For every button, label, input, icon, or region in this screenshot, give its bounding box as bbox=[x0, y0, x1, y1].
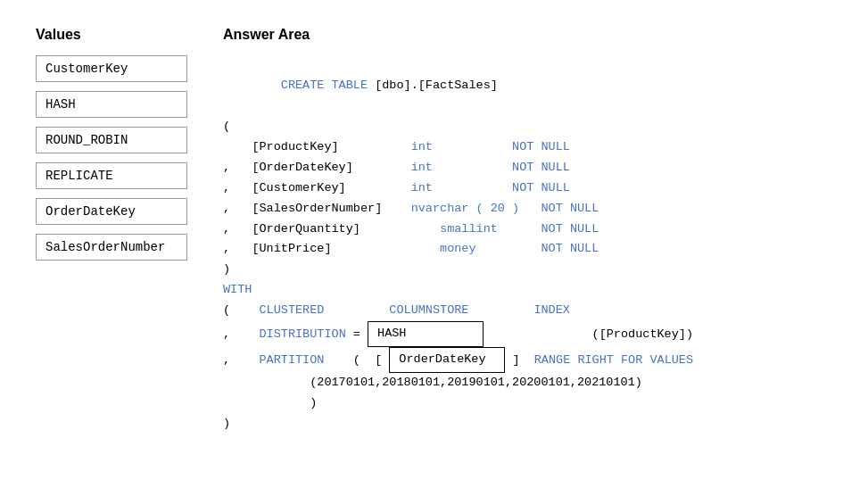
answer-section: Answer Area CREATE TABLE [dbo].[FactSale… bbox=[223, 27, 832, 434]
value-box-replicate[interactable]: REPLICATE bbox=[36, 162, 187, 189]
with-line: WITH bbox=[223, 280, 832, 301]
values-section: Values CustomerKey HASH ROUND_ROBIN REPL… bbox=[36, 27, 187, 434]
create-keyword: CREATE TABLE bbox=[281, 79, 375, 92]
table-name: [dbo].[FactSales] bbox=[375, 79, 498, 92]
open-paren-line: ( bbox=[223, 117, 832, 137]
col-unitprice: , [UnitPrice] money NOT NULL bbox=[223, 239, 832, 260]
col-productkey: [ProductKey] int NOT NULL bbox=[223, 137, 832, 158]
col-salesordernumber: , [SalesOrderNumber] nvarchar ( 20 ) NOT… bbox=[223, 199, 832, 219]
create-table-line: CREATE TABLE [dbo].[FactSales] bbox=[223, 55, 832, 117]
value-box-salesordernumber[interactable]: SalesOrderNumber bbox=[36, 234, 187, 261]
partition-answer-box[interactable]: OrderDateKey bbox=[389, 347, 505, 373]
final-paren-line: ) bbox=[223, 414, 832, 434]
values-list-line: (20170101,20180101,20190101,20200101,202… bbox=[223, 373, 832, 393]
value-box-customerkey[interactable]: CustomerKey bbox=[36, 55, 187, 82]
value-box-round-robin[interactable]: ROUND_ROBIN bbox=[36, 127, 187, 153]
col-orderquantity: , [OrderQuantity] smallint NOT NULL bbox=[223, 219, 832, 240]
values-close-paren: ) bbox=[223, 393, 832, 414]
value-box-hash[interactable]: HASH bbox=[36, 91, 187, 118]
close-paren-line: ) bbox=[223, 260, 832, 280]
distribution-line: , DISTRIBUTION = HASH ([ProductKey]) bbox=[223, 321, 832, 347]
clustered-line: ( CLUSTERED COLUMNSTORE INDEX bbox=[223, 301, 832, 321]
main-container: Values CustomerKey HASH ROUND_ROBIN REPL… bbox=[18, 18, 850, 443]
code-block: CREATE TABLE [dbo].[FactSales] ( [Produc… bbox=[223, 55, 832, 434]
values-title: Values bbox=[36, 27, 187, 43]
partition-line: , PARTITION ( [ OrderDateKey ] RANGE RIG… bbox=[223, 347, 832, 373]
col-orderdatekey: , [OrderDateKey] int NOT NULL bbox=[223, 158, 832, 178]
distribution-answer-box[interactable]: HASH bbox=[368, 321, 484, 347]
value-box-orderdatekey[interactable]: OrderDateKey bbox=[36, 198, 187, 225]
col-customerkey: , [CustomerKey] int NOT NULL bbox=[223, 178, 832, 199]
answer-title: Answer Area bbox=[223, 27, 832, 43]
